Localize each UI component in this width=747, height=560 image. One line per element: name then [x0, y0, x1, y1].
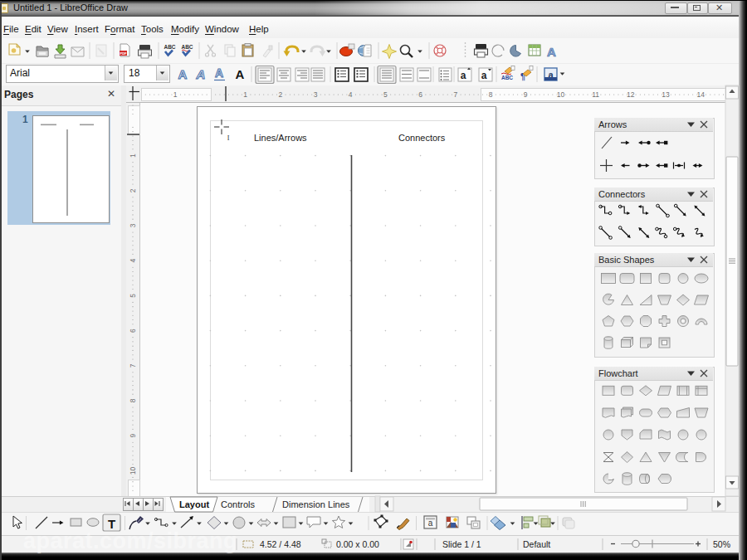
svg-text:A: A [178, 67, 188, 81]
svg-text:2: 2 [278, 90, 282, 99]
svg-text:10: 10 [557, 90, 565, 99]
svg-text:10: 10 [129, 466, 137, 475]
svg-text:ABC: ABC [164, 44, 175, 50]
svg-text:A: A [236, 67, 245, 81]
svg-text:a: a [428, 519, 433, 528]
svg-text:2: 2 [129, 188, 137, 192]
svg-text:6: 6 [129, 329, 137, 333]
svg-text:I: I [227, 134, 230, 142]
svg-text:4: 4 [349, 90, 353, 99]
svg-text:8: 8 [129, 398, 137, 402]
svg-text:5: 5 [383, 90, 388, 99]
svg-text:14: 14 [696, 90, 705, 99]
svg-text:7: 7 [453, 90, 457, 99]
svg-text:12: 12 [627, 90, 635, 99]
svg-text:1: 1 [173, 90, 178, 99]
svg-text:13: 13 [662, 90, 670, 99]
svg-text:Controls: Controls [221, 499, 255, 509]
svg-text:1: 1 [243, 90, 247, 99]
svg-text:T: T [108, 517, 115, 531]
svg-text:A: A [196, 67, 206, 81]
svg-text:7: 7 [129, 363, 137, 368]
svg-text:9: 9 [524, 90, 528, 99]
svg-text:ABC: ABC [181, 44, 193, 50]
svg-text:5: 5 [129, 294, 137, 298]
svg-text:a: a [461, 70, 466, 81]
svg-text:A: A [215, 66, 223, 80]
svg-text:A: A [547, 45, 556, 59]
svg-text:11: 11 [592, 90, 599, 99]
svg-text:3: 3 [314, 90, 318, 99]
svg-text:Layout: Layout [179, 499, 209, 509]
svg-text:PDF: PDF [120, 51, 128, 56]
svg-text:6: 6 [418, 90, 422, 99]
svg-text:9: 9 [129, 434, 137, 438]
svg-text:8: 8 [489, 90, 493, 99]
svg-text:3: 3 [129, 223, 137, 227]
svg-text:ABC: ABC [501, 75, 513, 80]
svg-text:a: a [481, 70, 487, 81]
svg-text:1: 1 [129, 153, 137, 158]
svg-text:Dimension Lines: Dimension Lines [282, 499, 350, 509]
svg-text:4: 4 [129, 259, 137, 263]
